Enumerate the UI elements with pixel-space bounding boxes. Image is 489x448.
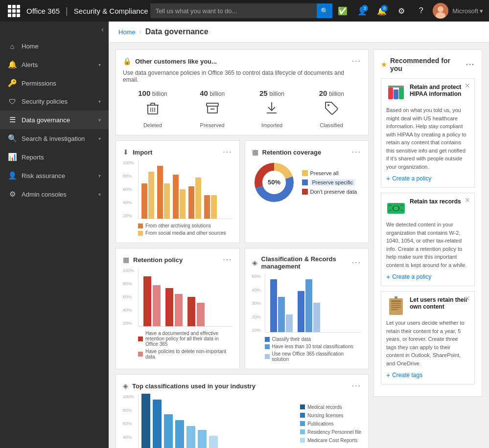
breadcrumb: Home › Data governance	[109, 22, 489, 43]
tc-bars	[138, 394, 290, 448]
legend-new-solution: Use new Office 365 classification soluti…	[265, 351, 361, 362]
rec-close-users[interactable]: ✕	[465, 294, 470, 302]
import-bar-group-1	[141, 172, 154, 219]
svg-rect-15	[388, 88, 393, 99]
rec-close-tax[interactable]: ✕	[465, 196, 470, 204]
tc-bar-6	[198, 430, 207, 448]
tc-bar-4	[175, 420, 184, 448]
stat-imported-label: Imported	[261, 122, 282, 128]
sidebar-item-data-governance[interactable]: ☰ Data governance ▾	[0, 111, 109, 129]
sidebar-label-alerts: Alerts	[22, 61, 93, 68]
topbar: Office 365 | Security & Compliance 🔍 ✅ 👤…	[0, 0, 489, 22]
class-legend: Classify their data Have less than 10 to…	[265, 336, 361, 362]
recommended-label: Recommended for you	[390, 57, 463, 72]
alerts-icon: 🔔	[8, 60, 17, 69]
help-icon[interactable]: ?	[413, 3, 429, 19]
waffle-button[interactable]	[6, 3, 22, 19]
sidebar-item-home[interactable]: ⌂ Home	[0, 37, 109, 55]
create-tags-label: Create tags	[392, 372, 422, 379]
stat-preserved-number: 40 billion	[200, 89, 225, 97]
contact-icon[interactable]: 👤 3	[354, 3, 370, 19]
policy-menu[interactable]: ···	[223, 255, 232, 264]
dot-classify	[265, 337, 270, 342]
rp-group-1	[143, 276, 161, 326]
checklist-icon[interactable]: ✅	[335, 3, 350, 19]
create-policy-hipaa[interactable]: + Create a policy	[386, 175, 469, 182]
label-preserve-specific: Preserve specific	[310, 179, 355, 186]
admin-chevron: ▾	[98, 192, 101, 197]
classification-header: ◈ Classification & Records management ··…	[252, 255, 362, 270]
import-bar-orange-2	[157, 166, 163, 219]
import-bar-yellow-2	[164, 183, 170, 219]
tc-bar-1	[141, 394, 150, 448]
tc-y-axis: 100%80%60%40%20%	[123, 394, 134, 448]
rp-bar-pink-1	[153, 285, 161, 326]
create-tags-link[interactable]: + Create tags	[386, 371, 469, 379]
import-bar-orange-3	[173, 175, 179, 219]
stat-preserved: 40 billion Preserved	[183, 89, 242, 128]
sidebar-item-admin[interactable]: ⚙ Admin consoles ▾	[0, 185, 109, 203]
sidebar-item-reports[interactable]: 📊 Reports	[0, 148, 109, 166]
tc-bar-3	[164, 414, 173, 448]
recommended-menu[interactable]: ···	[466, 61, 475, 68]
legend-residency: Residency Personnel file	[300, 429, 361, 435]
create-policy-tax[interactable]: + Create a policy	[386, 273, 469, 281]
coverage-menu[interactable]: ···	[352, 148, 361, 157]
recommended-panel: ★ Recommended for you ··· ✕	[373, 49, 482, 397]
search-button[interactable]: 🔍	[317, 3, 332, 18]
sidebar-collapse-button[interactable]: ‹	[0, 22, 109, 37]
admin-icon: ⚙	[8, 190, 17, 199]
label-less10: Have less than 10 total classifications	[272, 344, 353, 349]
class-bars-area: Classify their data Have less than 10 to…	[265, 274, 361, 362]
import-bar-orange-5	[204, 195, 210, 219]
donut-chart: 50%	[252, 160, 296, 204]
tc-menu[interactable]: ···	[352, 381, 361, 390]
legend-label-social: From social media and other sources	[145, 230, 226, 236]
class-bar-dark-1	[270, 279, 277, 332]
svg-rect-26	[400, 210, 403, 211]
microsoft-menu[interactable]: Microsoft ▾	[452, 7, 483, 15]
settings-icon[interactable]: ⚙	[394, 3, 409, 19]
import-bar-group-2	[157, 166, 170, 219]
import-menu[interactable]: ···	[223, 148, 232, 157]
dot-nursing	[300, 413, 305, 418]
user-avatar[interactable]	[433, 3, 448, 19]
class-bar-mid-1	[278, 297, 285, 332]
other-customers-menu[interactable]: ···	[352, 57, 361, 66]
star-icon: ★	[381, 61, 387, 68]
bell-icon[interactable]: 🔔 8	[374, 3, 390, 19]
sidebar-item-security-policies[interactable]: 🛡 Security policies ▾	[0, 92, 109, 111]
import-bar-yellow-1	[148, 172, 154, 219]
policy-icon: ▦	[123, 256, 129, 264]
stat-imported-unit: billion	[269, 90, 284, 97]
content-area: 🔒 Other customers like you... ··· Use da…	[109, 43, 489, 448]
sidebar-label-admin: Admin consoles	[22, 191, 93, 198]
sidebar-item-search[interactable]: 🔍 Search & investigation ▾	[0, 129, 109, 148]
other-customers-stats: 100 billion Deleted 40 billion	[123, 89, 361, 128]
donut-svg: 50%	[252, 160, 296, 204]
sidebar-item-permissions[interactable]: 🔑 Permissions	[0, 74, 109, 92]
classification-menu[interactable]: ···	[352, 258, 361, 267]
dot-publications	[300, 421, 305, 426]
legend-label-archiving: From other archiving solutions	[145, 223, 211, 228]
stat-preserved-value: 40	[200, 89, 208, 97]
users-title: Let users retain their own content	[410, 296, 469, 316]
breadcrumb-home[interactable]: Home	[118, 28, 136, 36]
rp-legend: Have a documented and effective retentio…	[138, 331, 232, 359]
sidebar-item-risk[interactable]: 👤 Risk assurance ▾	[0, 166, 109, 185]
sidebar-item-alerts[interactable]: 🔔 Alerts ▾	[0, 55, 109, 74]
plus-icon-users: +	[386, 371, 390, 379]
rec-close-hipaa[interactable]: ✕	[465, 82, 470, 90]
rec-card-hipaa: ✕ Retain and protect HIPAA information	[381, 78, 475, 188]
search-input[interactable]	[150, 3, 317, 18]
security-icon: 🛡	[8, 97, 17, 106]
dot-preserve-all	[302, 170, 308, 176]
retention-policy-header: ▦ Retention policy ···	[123, 255, 233, 264]
legend-publications: Publications	[300, 421, 361, 426]
svg-rect-32	[391, 309, 398, 310]
stat-deleted: 100 billion Deleted	[123, 89, 183, 128]
bell-badge: 8	[381, 5, 388, 12]
ms-chevron: ▾	[480, 7, 483, 15]
label-documented: Have a documented and effective retentio…	[145, 331, 232, 347]
users-body: Let your users decide whether to retain …	[386, 319, 469, 367]
